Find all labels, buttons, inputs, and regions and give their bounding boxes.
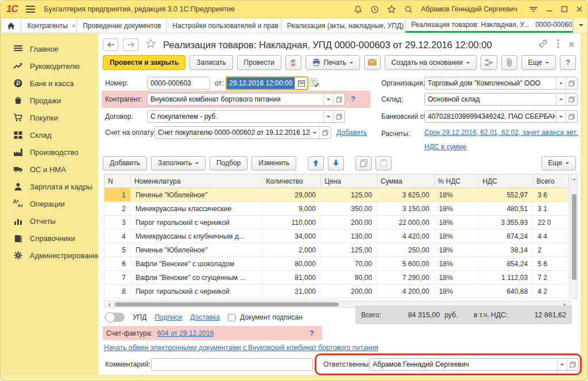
back-button[interactable] <box>103 38 118 51</box>
create-based-on-button[interactable]: Создать на основании <box>385 55 477 70</box>
grid-more-button[interactable]: Еще <box>541 156 576 170</box>
table-row[interactable]: 8Пирог тирольский с черникой21,000200,00… <box>104 285 569 298</box>
open-item-icon[interactable] <box>333 94 345 105</box>
sidebar-item-warehouse[interactable]: Склад <box>1 126 98 143</box>
table-row[interactable]: 4Миникруассаны с клубничным д...34,00013… <box>104 230 569 243</box>
open-item-icon[interactable] <box>566 94 577 105</box>
maximize-icon[interactable] <box>561 6 568 13</box>
related-documents-button[interactable] <box>481 55 497 70</box>
payment-invoice-field[interactable]: Счет покупателю 0000-000602 от 19.12.201… <box>154 126 331 139</box>
sidebar-item-production[interactable]: Производство <box>1 143 98 161</box>
tab-close-icon[interactable]: × <box>72 22 75 29</box>
number-field[interactable]: 0000-000603 <box>147 77 210 90</box>
upd-toggle[interactable] <box>105 313 125 322</box>
warehouse-field[interactable]: Основной склад <box>424 93 578 106</box>
dropdown-icon[interactable] <box>323 111 333 122</box>
grid-add-button[interactable]: Добавить <box>103 156 147 170</box>
sidebar-item-main[interactable]: Главное <box>1 40 98 57</box>
counterparty-field[interactable]: Внуковский комбинат бортового питания <box>147 93 345 106</box>
sidebar-item-reports[interactable]: Отчеты <box>1 212 98 230</box>
calendar-icon[interactable] <box>295 77 307 89</box>
organization-field[interactable]: Торговый дом "Комплексный" ООО <box>424 77 578 90</box>
favorites-star-icon[interactable] <box>387 5 396 14</box>
tab-document-posting[interactable]: Проведение документов × <box>77 18 167 33</box>
sidebar-item-payroll-hr[interactable]: Зарплата и кадры <box>1 178 98 195</box>
move-down-button[interactable] <box>328 156 344 170</box>
dropdown-icon[interactable] <box>556 77 566 89</box>
table-row[interactable]: 2Миникруассаны классические9,000350,003 … <box>104 202 569 216</box>
open-item-icon[interactable] <box>333 111 345 122</box>
paste-rows-button[interactable] <box>376 156 392 170</box>
sidebar-item-directories[interactable]: Справочники <box>1 230 98 247</box>
open-item-icon[interactable] <box>567 359 578 370</box>
notifications-bell-icon[interactable] <box>354 5 362 14</box>
table-vertical-scrollbar[interactable] <box>570 174 578 299</box>
attachments-button[interactable] <box>501 55 517 70</box>
table-row[interactable]: 7Вафли "Венские" со сгущенным ...81,0009… <box>104 271 569 285</box>
open-item-icon[interactable] <box>319 127 331 138</box>
grid-pick-button[interactable]: Подбор <box>210 156 247 170</box>
dropdown-icon[interactable] <box>557 359 567 370</box>
dropdown-icon[interactable] <box>323 94 333 105</box>
contract-field[interactable]: С покупателем - руб. <box>147 110 345 123</box>
tab-home[interactable] <box>1 18 21 33</box>
settlements-link[interactable]: Срок 29.12.2016, 62.01, 62.02, зачет ава… <box>424 129 578 137</box>
open-item-icon[interactable] <box>566 77 577 89</box>
favorite-star-icon[interactable] <box>145 38 156 51</box>
edo-exchange-link[interactable]: Начать обмен электронными документами с … <box>104 344 378 352</box>
table-row[interactable]: 5Печенье "Юбилейное"2,000125,00250,0018%… <box>104 243 569 257</box>
more-button[interactable]: Еще <box>521 55 556 70</box>
date-field[interactable]: 29.12.2016 12:00:00 <box>226 76 308 90</box>
open-item-icon[interactable] <box>566 111 577 122</box>
post-button[interactable]: Провести <box>237 55 281 70</box>
current-user[interactable]: Абрамов Геннадий Сергеевич <box>421 5 517 13</box>
table-row[interactable]: 3Пирог тирольский с черникой110,000200,0… <box>104 216 569 230</box>
bank-account-field[interactable]: 40702810399994349242, ПАО СБЕРБАНК <box>424 110 578 123</box>
dropdown-icon[interactable] <box>556 94 566 105</box>
main-menu-icon[interactable] <box>26 6 35 13</box>
tab-sales-documents[interactable]: Реализация (акты, накладные, УПД) × <box>281 18 405 33</box>
get-link-icon[interactable] <box>539 39 548 50</box>
sidebar-item-sales[interactable]: Продажи <box>1 92 98 109</box>
minimize-icon[interactable] <box>546 6 553 13</box>
sidebar-item-administration[interactable]: Администрирование <box>1 247 98 264</box>
document-signed-checkbox[interactable] <box>228 314 235 321</box>
sidebar-item-manager[interactable]: Руководителю <box>1 57 98 75</box>
forward-button[interactable] <box>123 38 138 51</box>
delivery-link[interactable]: Доставка <box>190 313 220 321</box>
dropdown-icon[interactable] <box>556 111 566 122</box>
vat-mode-link[interactable]: НДС в сумме <box>424 143 467 151</box>
more-kebab-icon[interactable] <box>557 39 559 50</box>
print-button[interactable]: Печать <box>305 55 360 70</box>
help-button[interactable]: ? <box>560 55 576 70</box>
dropdown-icon[interactable] <box>310 127 319 138</box>
counterparty-help[interactable]: ? <box>351 93 355 106</box>
move-up-button[interactable] <box>308 156 324 170</box>
show-postings-button[interactable]: дткт <box>285 55 301 70</box>
invoice-link[interactable]: 604 от 29.12.2016 <box>157 329 214 337</box>
items-table-header[interactable]: N Номенклатура Количество Цена Сумма % Н… <box>104 174 569 188</box>
tab-user-settings[interactable]: Настройки пользователей и прав × <box>167 18 281 33</box>
tab-counterparties[interactable]: Контрагенты × <box>21 18 77 33</box>
send-email-button[interactable] <box>364 55 381 70</box>
sidebar-item-purchases[interactable]: Покупки <box>1 109 98 126</box>
table-row[interactable]: 6Вафли "Венские" с шоколадом80,00070,005… <box>104 257 569 271</box>
copy-rows-button[interactable] <box>355 156 372 170</box>
search-icon[interactable] <box>404 5 413 14</box>
signatures-link[interactable]: Подписи <box>154 313 182 321</box>
grid-fill-button[interactable]: Заполнить <box>151 156 206 170</box>
responsible-field[interactable]: Абрамов Геннадий Сергеевич <box>369 358 579 371</box>
tab-goods-sale-active[interactable]: Реализация товаров: Накладная, У... 0000… <box>405 18 573 33</box>
close-form-icon[interactable] <box>568 40 575 50</box>
post-and-close-button[interactable]: Провести и закрыть <box>103 55 185 70</box>
set-current-date-icon[interactable] <box>310 77 320 90</box>
sidebar-item-operations[interactable]: ДтКт Операции <box>1 195 98 212</box>
invoice-help[interactable]: ? <box>310 329 314 337</box>
table-row[interactable]: 1Печенье "Юбилейное"29,000125,003 625,00… <box>104 188 569 202</box>
add-invoice-link[interactable]: Добавить <box>336 129 367 137</box>
close-window-icon[interactable] <box>576 6 583 13</box>
history-icon[interactable] <box>370 5 379 14</box>
service-menu-icon[interactable] <box>529 5 538 13</box>
tab-list-dropdown[interactable] <box>573 18 588 33</box>
grid-edit-button[interactable]: Изменить <box>252 156 296 170</box>
